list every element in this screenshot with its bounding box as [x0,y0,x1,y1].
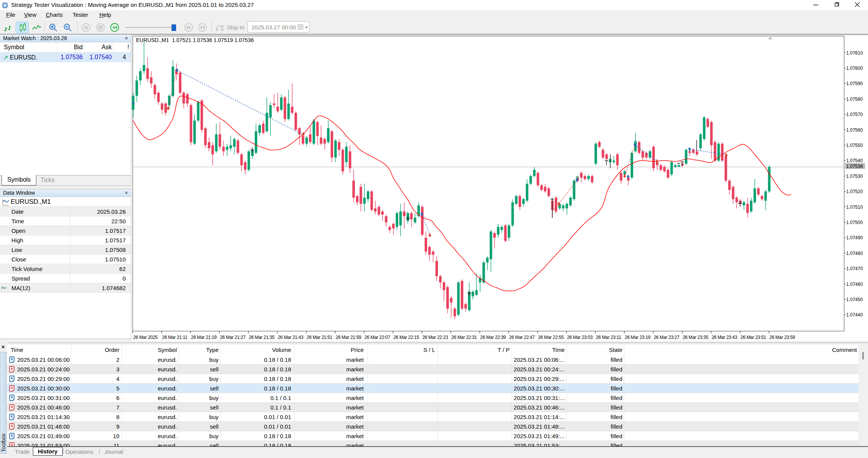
svg-text:26 Mar 2025: 26 Mar 2025 [133,335,158,340]
svg-text:1.07536: 1.07536 [846,164,863,169]
svg-text:26 Mar 23:11: 26 Mar 23:11 [596,335,622,340]
svg-text:1.07550: 1.07550 [846,143,863,148]
svg-text:1.07480: 1.07480 [846,251,863,256]
svg-text:26 Mar 23:03: 26 Mar 23:03 [567,335,593,340]
svg-text:1.07460: 1.07460 [846,282,863,287]
svg-text:26 Mar 21:19: 26 Mar 21:19 [191,335,217,340]
svg-text:1.07600: 1.07600 [846,66,863,71]
svg-text:26 Mar 21:27: 26 Mar 21:27 [220,335,246,340]
svg-text:26 Mar 22:31: 26 Mar 22:31 [451,335,477,340]
svg-text:26 Mar 22:47: 26 Mar 22:47 [509,335,535,340]
svg-text:26 Mar 22:07: 26 Mar 22:07 [364,335,390,340]
svg-text:26 Mar 21:51: 26 Mar 21:51 [307,335,333,340]
svg-text:26 Mar 23:51: 26 Mar 23:51 [740,335,766,340]
svg-text:26 Mar 23:35: 26 Mar 23:35 [683,335,709,340]
svg-text:1.07610: 1.07610 [846,50,863,56]
svg-text:1.07520: 1.07520 [846,189,863,194]
svg-text:26 Mar 22:55: 26 Mar 22:55 [538,335,564,340]
svg-text:26 Mar 21:35: 26 Mar 21:35 [249,335,275,340]
svg-text:1.07510: 1.07510 [846,205,863,210]
svg-text:EURUSD.,M1 1.07521 1.07536 1.: EURUSD.,M1 1.07521 1.07536 1.07519 1.075… [136,37,254,43]
svg-text:26 Mar 22:15: 26 Mar 22:15 [394,335,419,340]
svg-text:26 Mar 21:59: 26 Mar 21:59 [335,335,361,340]
svg-text:1.07530: 1.07530 [846,174,863,179]
svg-text:26 Mar 23:27: 26 Mar 23:27 [654,335,680,340]
svg-text:26 Mar 23:19: 26 Mar 23:19 [625,335,651,340]
svg-text:1.07490: 1.07490 [846,235,863,240]
svg-text:1.07570: 1.07570 [846,112,863,117]
svg-text:1.07540: 1.07540 [846,158,863,163]
svg-text:26 Mar 22:39: 26 Mar 22:39 [480,335,506,340]
svg-text:26 Mar 21:11: 26 Mar 21:11 [162,335,188,340]
svg-text:1.07450: 1.07450 [846,297,863,302]
svg-text:1.07590: 1.07590 [846,81,863,86]
svg-text:26 Mar 23:43: 26 Mar 23:43 [711,335,737,340]
svg-text:1.07440: 1.07440 [846,312,863,318]
svg-text:26 Mar 23:59: 26 Mar 23:59 [769,335,795,340]
svg-text:26 Mar 21:43: 26 Mar 21:43 [278,335,304,340]
svg-text:1.07580: 1.07580 [846,97,863,102]
svg-text:1.07470: 1.07470 [846,266,863,271]
svg-text:1.07560: 1.07560 [846,127,863,133]
svg-text:1.07500: 1.07500 [846,220,863,225]
svg-text:26 Mar 22:23: 26 Mar 22:23 [422,335,448,340]
